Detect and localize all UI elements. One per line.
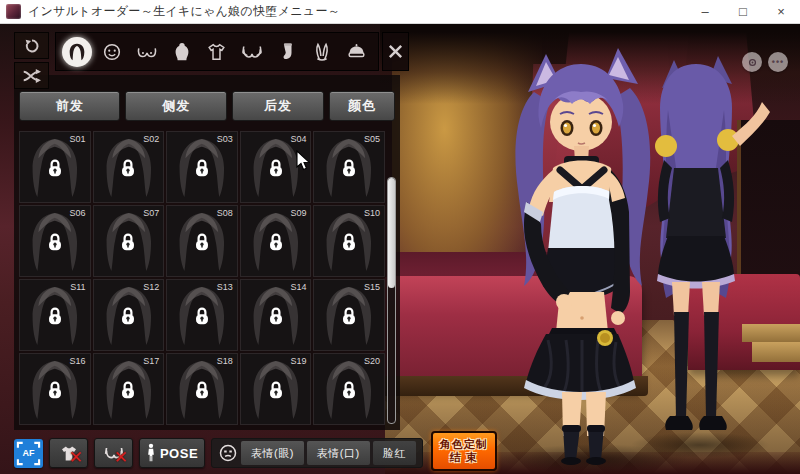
hair-item[interactable]: S05	[313, 131, 385, 203]
side-tools	[14, 32, 49, 89]
hair-item[interactable]: S19	[240, 353, 312, 425]
lock-icon	[267, 157, 284, 178]
lock-icon	[46, 157, 63, 178]
item-label: S03	[217, 134, 233, 144]
hair-item[interactable]: S20	[313, 353, 385, 425]
autofocus-button[interactable]: AF	[14, 439, 43, 468]
shuffle-icon	[22, 68, 41, 84]
bunny-ears-icon	[311, 41, 333, 63]
pose-label: POSE	[160, 446, 198, 461]
finish-label-line1: 角色定制	[440, 438, 488, 451]
pose-button[interactable]: POSE	[139, 438, 205, 468]
category-headwear-button[interactable]	[340, 35, 372, 68]
face-icon	[101, 41, 123, 63]
lock-icon	[267, 231, 284, 252]
hair-item[interactable]: S14	[240, 279, 312, 351]
hair-item[interactable]: S07	[93, 205, 165, 277]
maximize-button[interactable]: □	[724, 0, 762, 23]
hair-item[interactable]: S13	[166, 279, 238, 351]
item-label: S02	[143, 134, 159, 144]
tab-front-hair[interactable]: 前发	[19, 91, 120, 121]
window-title: インサルトオーダー～生イキにゃん娘の快堕メニュー～	[28, 3, 340, 20]
af-label: AF	[23, 448, 35, 458]
remove-underwear-button[interactable]: ✕	[94, 438, 133, 468]
red-x-icon: ✕	[69, 449, 83, 466]
tab-side-hair[interactable]: 侧发	[125, 91, 226, 121]
lock-icon	[120, 379, 137, 400]
scrollbar-thumb[interactable]	[388, 178, 395, 288]
minimize-button[interactable]: –	[686, 0, 724, 23]
item-label: S04	[290, 134, 306, 144]
hair-item[interactable]: S12	[93, 279, 165, 351]
category-legwear-button[interactable]	[271, 35, 303, 68]
item-label: S12	[143, 282, 159, 292]
lock-icon	[120, 157, 137, 178]
category-body-button[interactable]	[166, 35, 198, 68]
item-label: S18	[217, 356, 233, 366]
hair-item[interactable]: S09	[240, 205, 312, 277]
lock-icon	[193, 305, 210, 326]
category-underwear-button[interactable]	[236, 35, 268, 68]
expression-eyes-button[interactable]: 表情(眼)	[241, 441, 304, 465]
hair-grid: S01 S02	[19, 131, 385, 425]
grid-scrollbar[interactable]	[387, 177, 396, 424]
lock-icon	[341, 305, 358, 326]
hair-item[interactable]: S06	[19, 205, 91, 277]
category-accessory-button[interactable]	[306, 35, 338, 68]
hair-item[interactable]: S01	[19, 131, 91, 203]
stocking-icon	[278, 41, 296, 63]
tab-back-hair[interactable]: 后发	[232, 91, 324, 121]
hair-item[interactable]: S18	[166, 353, 238, 425]
lock-icon	[267, 305, 284, 326]
item-label: S13	[217, 282, 233, 292]
more-options-button[interactable]: •••	[768, 52, 788, 72]
item-label: S08	[217, 208, 233, 218]
category-chest-button[interactable]	[131, 35, 163, 68]
remove-clothes-button[interactable]: ✕	[49, 438, 88, 468]
tab-color[interactable]: 颜色	[329, 91, 395, 121]
beret-icon	[345, 41, 368, 63]
rotate-reset-icon	[23, 37, 41, 55]
hair-item[interactable]: S08	[166, 205, 238, 277]
hair-item[interactable]: S15	[313, 279, 385, 351]
item-label: S19	[290, 356, 306, 366]
hair-item[interactable]: S02	[93, 131, 165, 203]
person-icon	[146, 443, 156, 463]
expression-mouth-button[interactable]: 表情(口)	[307, 441, 370, 465]
hair-item[interactable]: S03	[166, 131, 238, 203]
blush-button[interactable]: 脸红	[373, 441, 416, 465]
lock-icon	[193, 379, 210, 400]
lock-icon	[193, 231, 210, 252]
item-label: S09	[290, 208, 306, 218]
lock-icon	[46, 379, 63, 400]
finish-customization-button[interactable]: 角色定制 结 束	[431, 431, 497, 471]
category-tops-button[interactable]	[201, 35, 233, 68]
lock-icon	[193, 157, 210, 178]
close-button[interactable]: ×	[762, 0, 800, 23]
randomize-button[interactable]	[14, 62, 49, 89]
category-hair-button[interactable]	[61, 35, 93, 68]
red-x-icon: ✕	[114, 449, 128, 466]
category-face-button[interactable]	[96, 35, 128, 68]
lock-icon	[341, 231, 358, 252]
camera-settings-icon[interactable]	[742, 52, 762, 72]
hair-item[interactable]: S11	[19, 279, 91, 351]
expression-group: 表情(眼) 表情(口) 脸红	[211, 438, 423, 468]
customize-close-button[interactable]	[382, 32, 409, 71]
rotate-reset-button[interactable]	[14, 32, 49, 59]
category-toolbar	[55, 32, 379, 71]
item-label: S05	[364, 134, 380, 144]
item-label: S20	[364, 356, 380, 366]
shirt-icon	[205, 41, 228, 63]
hair-item[interactable]: S16	[19, 353, 91, 425]
lock-icon	[46, 231, 63, 252]
lock-icon	[120, 231, 137, 252]
character-front-view	[468, 40, 698, 466]
lock-icon	[120, 305, 137, 326]
titlebar: インサルトオーダー～生イキにゃん娘の快堕メニュー～ – □ ×	[0, 0, 800, 24]
window-controls: – □ ×	[686, 0, 800, 23]
viewport-overlay-buttons: •••	[742, 52, 788, 72]
hair-item[interactable]: S17	[93, 353, 165, 425]
hair-item[interactable]: S10	[313, 205, 385, 277]
item-label: S06	[70, 208, 86, 218]
